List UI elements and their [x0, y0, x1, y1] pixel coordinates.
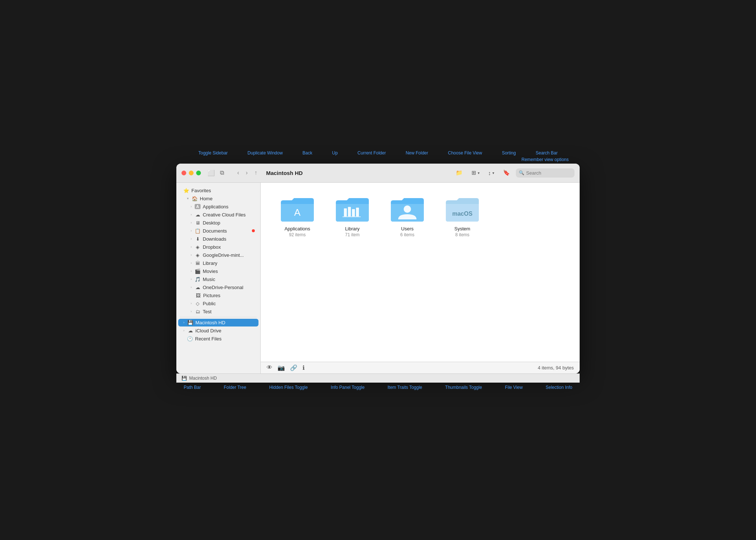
annotation-layer: Toggle Sidebar Duplicate Window Back Up … — [176, 150, 580, 390]
grid-view-icon: ⊞ — [471, 169, 476, 176]
sidebar-item-pictures[interactable]: 🖼 Pictures — [178, 292, 258, 299]
sidebar-googledrive-label: GoogleDrive-mint... — [203, 252, 244, 258]
view-chevron-icon: ▾ — [478, 171, 480, 175]
sidebar-favorites-label: Favorites — [191, 188, 211, 193]
file-item-users[interactable]: Users 6 items — [385, 194, 429, 240]
pictures-icon: 🖼 — [195, 293, 201, 298]
ann-thumbnails: Thumbnails Toggle — [445, 385, 482, 390]
sidebar-item-googledrive[interactable]: › ◈ GoogleDrive-mint... — [178, 251, 258, 259]
up-button[interactable]: ↑ — [252, 168, 260, 178]
titlebar: ⬜ ⧉ ‹ › ↑ Macintosh HD 📁 ⊞ ▾ ↕ — [176, 164, 580, 183]
sidebar-item-macintosh-hd[interactable]: › 💾 Macintosh HD — [178, 319, 258, 326]
home-icon: 🏠 — [192, 196, 198, 201]
sidebar-item-documents[interactable]: › 📋 Documents — [178, 227, 258, 235]
bookmark-button[interactable]: 🔖 — [500, 168, 513, 178]
duplicate-window-button[interactable]: ⧉ — [220, 169, 224, 176]
applications-folder-icon: A — [281, 197, 314, 223]
bottom-annotations: Path Bar Folder Tree Hidden Files Toggle… — [176, 383, 580, 390]
users-name: Users — [401, 226, 414, 231]
svg-rect-1 — [344, 208, 347, 216]
maximize-button[interactable] — [196, 171, 201, 175]
sidebar-item-home[interactable]: ▾ 🏠 Home — [178, 195, 258, 202]
main-area: ⭐ Favorites ▾ 🏠 Home › A Applications › — [176, 183, 580, 373]
ann-duplicate-window: Duplicate Window — [247, 150, 283, 156]
sidebar-item-dropbox[interactable]: › ◈ Dropbox — [178, 243, 258, 251]
sidebar-downloads-label: Downloads — [203, 236, 226, 242]
sort-button[interactable]: ↕ ▾ — [485, 168, 498, 178]
sidebar-item-public[interactable]: › ◇ Public — [178, 300, 258, 307]
applications-icon: A — [195, 204, 201, 209]
thumbnail-toggle-button[interactable]: 📷 — [278, 364, 285, 371]
sidebar-item-downloads[interactable]: › ⬇ Downloads — [178, 235, 258, 243]
macintosh-hd-icon: 💾 — [187, 320, 193, 325]
sidebar-icloud-label: iCloud Drive — [195, 328, 221, 333]
sidebar-item-recent-files[interactable]: 🕐 Recent Files — [178, 335, 258, 343]
sidebar-library-label: Library — [203, 260, 217, 266]
recent-files-icon: 🕐 — [187, 336, 193, 342]
googledrive-icon: ◈ — [195, 252, 201, 258]
documents-badge — [252, 229, 255, 232]
sidebar-item-test[interactable]: › 🗂 Test — [178, 308, 258, 315]
svg-text:A: A — [294, 207, 301, 218]
sidebar-desktop-label: Desktop — [203, 220, 220, 226]
status-icons: 👁 📷 🔗 ℹ — [267, 364, 305, 371]
sidebar-movies-label: Movies — [203, 269, 218, 274]
ann-item-traits: Item Traits Toggle — [388, 385, 422, 390]
sidebar-item-movies[interactable]: › 🎬 Movies — [178, 267, 258, 275]
search-input[interactable] — [516, 168, 575, 178]
file-item-library[interactable]: Library 71 item — [330, 194, 374, 240]
close-button[interactable] — [181, 171, 186, 175]
toggle-sidebar-button[interactable]: ⬜ — [208, 169, 215, 176]
downloads-chevron-icon: › — [191, 237, 192, 241]
desktop-chevron-icon: › — [191, 221, 192, 225]
sidebar-separator — [180, 317, 257, 317]
sidebar-item-favorites[interactable]: ⭐ Favorites — [178, 187, 258, 194]
sidebar-item-desktop[interactable]: › 🖥 Desktop — [178, 219, 258, 227]
creative-cloud-chevron-icon: › — [191, 213, 192, 216]
creative-cloud-icon: ☁ — [195, 212, 201, 218]
sidebar-item-creative-cloud[interactable]: › ☁ Creative Cloud Files — [178, 211, 258, 219]
sidebar-documents-label: Documents — [203, 228, 227, 234]
applications-count: 92 items — [289, 232, 305, 237]
onedrive-icon: ☁ — [195, 285, 201, 290]
file-item-system[interactable]: macOS System 8 items — [440, 194, 484, 240]
preview-toggle-button[interactable]: 👁 — [267, 364, 272, 371]
file-item-applications[interactable]: A Applications 92 items — [275, 194, 319, 240]
item-traits-toggle-button[interactable]: 🔗 — [290, 364, 297, 371]
minimize-button[interactable] — [189, 171, 194, 175]
ann-search-bar: Search Bar — [536, 150, 558, 156]
sort-chevron-icon: ▾ — [492, 171, 494, 175]
test-icon: 🗂 — [195, 309, 201, 314]
library-count: 71 item — [345, 232, 359, 237]
sidebar-item-library[interactable]: › 🏛 Library — [178, 259, 258, 267]
search-wrapper: 🔍 — [516, 168, 575, 178]
ann-file-view: File View — [505, 385, 522, 390]
back-button[interactable]: ‹ — [235, 168, 241, 178]
sidebar-item-icloud-drive[interactable]: › ☁ iCloud Drive — [178, 327, 258, 335]
ann-sorting: Sorting — [502, 150, 516, 156]
pathbar: 💾 Macintosh HD — [176, 373, 580, 383]
system-count: 8 items — [455, 232, 470, 237]
users-folder-icon — [391, 197, 424, 223]
top-annotations: Toggle Sidebar Duplicate Window Back Up … — [176, 150, 580, 157]
library-icon: 🏛 — [195, 260, 201, 266]
applications-name: Applications — [285, 226, 310, 231]
sidebar-item-applications[interactable]: › A Applications — [178, 203, 258, 211]
new-folder-button[interactable]: 📁 — [453, 168, 466, 178]
current-folder-label: Macintosh HD — [266, 170, 303, 176]
ann-path-bar: Path Bar — [184, 385, 201, 390]
pathbar-label: Macintosh HD — [189, 376, 217, 381]
forward-button[interactable]: › — [243, 168, 250, 178]
googledrive-chevron-icon: › — [191, 253, 192, 257]
documents-icon: 📋 — [195, 228, 201, 234]
ann-current-folder: Current Folder — [357, 150, 386, 156]
sidebar-item-music[interactable]: › 🎵 Music — [178, 276, 258, 283]
sidebar-test-label: Test — [203, 309, 212, 314]
svg-rect-3 — [352, 209, 355, 216]
sidebar-item-onedrive[interactable]: › ☁ OneDrive-Personal — [178, 284, 258, 291]
system-folder-icon: macOS — [446, 197, 479, 223]
info-panel-toggle-button[interactable]: ℹ — [302, 364, 305, 371]
view-button[interactable]: ⊞ ▾ — [469, 168, 482, 178]
sidebar-applications-label: Applications — [203, 204, 228, 209]
new-folder-icon: 📁 — [456, 169, 463, 176]
